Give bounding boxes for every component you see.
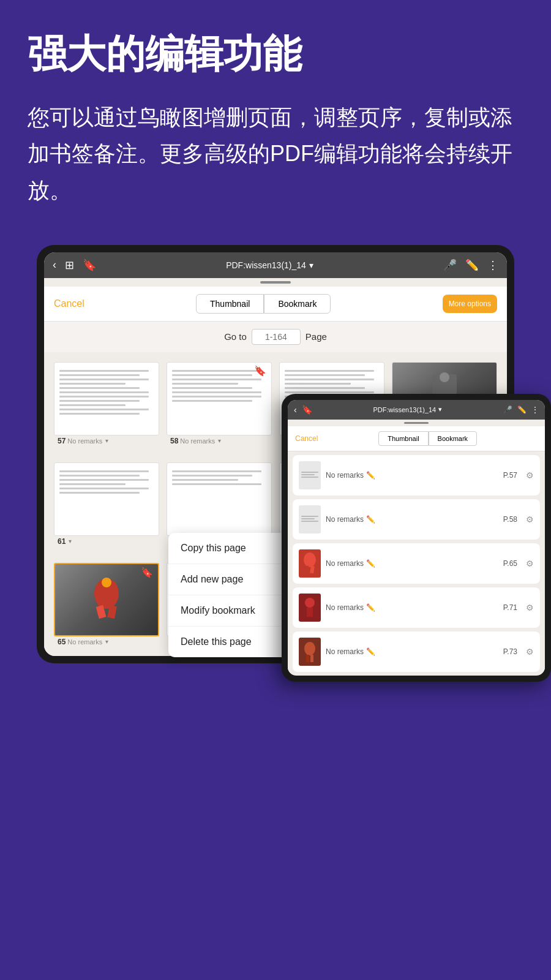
- bookmark-info-65: No remarks ✏️: [326, 559, 498, 568]
- bookmark-info-58: No remarks ✏️: [326, 515, 498, 524]
- svg-rect-12: [307, 608, 313, 617]
- bookmark-thumb-73: [299, 638, 321, 666]
- chevron-down-icon[interactable]: ▾: [309, 260, 313, 270]
- header-section: 强大的编辑功能 您可以通过鸟瞰图增删页面，调整页序，复制或添加书签备注。更多高级…: [0, 0, 551, 221]
- topbar-right: 🎤 ✏️ ⋮: [443, 258, 498, 272]
- thumb-img-61: [54, 462, 159, 536]
- drag-handle: [260, 281, 291, 284]
- topbar-left: ‹ ⊞ 🔖: [53, 258, 96, 272]
- bookmark-item-73[interactable]: No remarks ✏️ P.73 ⚙: [293, 631, 540, 672]
- thumb-label-65: 65 No remarks ▾: [54, 636, 159, 650]
- panel-header: Cancel Thumbnail Bookmark More options: [44, 287, 507, 322]
- secondary-filename: PDF:wissen13(1)_14: [373, 406, 436, 413]
- tablet-secondary: ‹ 🔖 PDF:wissen13(1)_14 ▾ 🎤 ✏️ ⋮ Cancel T…: [282, 394, 551, 682]
- secondary-topbar: ‹ 🔖 PDF:wissen13(1)_14 ▾ 🎤 ✏️ ⋮: [288, 400, 545, 420]
- secondary-chevron-icon: ▾: [438, 405, 442, 413]
- bookmark-thumb-57: [299, 461, 321, 489]
- filename-label: PDF:wissen13(1)_14: [226, 260, 306, 270]
- bookmark-item-57[interactable]: No remarks ✏️ P.57 ⚙: [293, 455, 540, 496]
- bookmark-pencil-57: ✏️: [366, 471, 375, 480]
- secondary-bookmark-tab[interactable]: Bookmark: [429, 431, 478, 446]
- thumb-label-57: 57 No remarks ▾: [54, 435, 159, 449]
- svg-point-13: [304, 642, 315, 655]
- svg-point-7: [102, 578, 111, 587]
- secondary-tabs: Thumbnail Bookmark: [318, 431, 538, 446]
- more-icon[interactable]: ⋮: [487, 258, 498, 272]
- svg-rect-15: [310, 655, 313, 662]
- bookmark-gear-73[interactable]: ⚙: [526, 647, 534, 657]
- goto-input[interactable]: [252, 329, 301, 345]
- thumb-cell-57[interactable]: 57 No remarks ▾: [50, 358, 163, 453]
- page-label: Page: [305, 331, 327, 342]
- thumb-img-58: 🔖: [167, 362, 272, 435]
- svg-point-11: [305, 598, 315, 608]
- main-title: 强大的编辑功能: [28, 31, 523, 78]
- secondary-bookmark-icon[interactable]: 🔖: [302, 405, 312, 415]
- back-icon[interactable]: ‹: [53, 258, 56, 271]
- bookmark-page-65: P.65: [503, 559, 517, 568]
- bookmark-pencil-73: ✏️: [366, 647, 375, 656]
- bookmark-page-73: P.73: [503, 647, 517, 656]
- tablet-topbar: ‹ ⊞ 🔖 PDF:wissen13(1)_14 ▾ 🎤 ✏️ ⋮: [44, 252, 507, 278]
- secondary-cancel-button[interactable]: Cancel: [295, 434, 318, 443]
- thumb-img-57: [54, 362, 159, 435]
- bookmark-item-58[interactable]: No remarks ✏️ P.58 ⚙: [293, 499, 540, 540]
- pen-icon[interactable]: ✏️: [465, 258, 479, 272]
- secondary-topbar-center: PDF:wissen13(1)_14 ▾: [317, 405, 498, 413]
- bookmark-thumb-58: [299, 505, 321, 533]
- bookmark-thumb-65: [299, 549, 321, 578]
- svg-point-1: [440, 372, 449, 382]
- bookmark-pencil-58: ✏️: [366, 515, 375, 524]
- description: 您可以通过鸟瞰图增删页面，调整页序，复制或添加书签备注。更多高级的PDF编辑功能…: [28, 99, 523, 208]
- thumb-img-62: [167, 462, 272, 536]
- bookmark-list: No remarks ✏️ P.57 ⚙: [288, 455, 545, 672]
- bookmark-gear-71[interactable]: ⚙: [526, 603, 534, 612]
- thumb-label-61: 61 ▾: [54, 536, 159, 549]
- svg-rect-14: [306, 655, 309, 662]
- thumb-cell-58[interactable]: 🔖 58 No remarks ▾: [163, 358, 276, 453]
- bookmark-info-71: No remarks ✏️: [326, 603, 498, 612]
- thumb-label-58: 58 No remarks ▾: [167, 435, 272, 449]
- thumb-cell-65[interactable]: 🔖 65 No remarks ▾: [50, 559, 163, 654]
- mic-icon[interactable]: 🎤: [443, 258, 457, 272]
- secondary-drag-handle: [404, 422, 429, 424]
- svg-point-8: [304, 552, 316, 567]
- goto-bar: Go to Page: [44, 322, 507, 352]
- secondary-more-icon[interactable]: ⋮: [531, 405, 539, 414]
- device-area: ‹ ⊞ 🔖 PDF:wissen13(1)_14 ▾ 🎤 ✏️ ⋮: [12, 245, 539, 663]
- bookmark-item-71[interactable]: No remarks ✏️ P.71 ⚙: [293, 587, 540, 628]
- bookmark-thumb-71: [299, 594, 321, 622]
- bookmark-page-57: P.57: [503, 471, 517, 480]
- bookmark-item-65[interactable]: No remarks ✏️ P.65 ⚙: [293, 543, 540, 584]
- secondary-thumbnail-tab[interactable]: Thumbnail: [378, 431, 428, 446]
- bookmark-info-73: No remarks ✏️: [326, 647, 498, 656]
- cancel-button[interactable]: Cancel: [54, 298, 84, 309]
- bookmark-gear-58[interactable]: ⚙: [526, 514, 534, 524]
- bookmark-tab[interactable]: Bookmark: [264, 294, 331, 314]
- bookmark-icon[interactable]: 🔖: [83, 258, 96, 272]
- bookmark-gear-65[interactable]: ⚙: [526, 559, 534, 568]
- thumb-bookmark-65: 🔖: [141, 567, 153, 578]
- tablet-secondary-screen: ‹ 🔖 PDF:wissen13(1)_14 ▾ 🎤 ✏️ ⋮ Cancel T…: [288, 400, 545, 676]
- bookmark-pencil-65: ✏️: [366, 559, 375, 568]
- thumb-bookmark-58: 🔖: [254, 365, 266, 377]
- thumb-cell-61[interactable]: 61 ▾: [50, 459, 163, 553]
- more-options-button[interactable]: More options: [443, 295, 497, 313]
- goto-label: Go to: [224, 331, 247, 342]
- topbar-center: PDF:wissen13(1)_14 ▾: [103, 260, 436, 270]
- bookmark-pencil-71: ✏️: [366, 603, 375, 612]
- secondary-back-icon[interactable]: ‹: [294, 405, 297, 415]
- secondary-mic-icon[interactable]: 🎤: [503, 405, 512, 414]
- grid-icon[interactable]: ⊞: [65, 258, 74, 272]
- thumb-img-65: 🔖: [54, 563, 159, 636]
- tab-group: Thumbnail Bookmark: [84, 294, 443, 314]
- secondary-panel-header: Cancel Thumbnail Bookmark: [288, 426, 545, 451]
- secondary-pen-icon[interactable]: ✏️: [517, 405, 527, 414]
- bookmark-gear-57[interactable]: ⚙: [526, 470, 534, 480]
- bookmark-info-57: No remarks ✏️: [326, 471, 498, 480]
- thumbnail-tab[interactable]: Thumbnail: [196, 294, 264, 314]
- bookmark-page-71: P.71: [503, 603, 517, 612]
- bookmark-page-58: P.58: [503, 515, 517, 524]
